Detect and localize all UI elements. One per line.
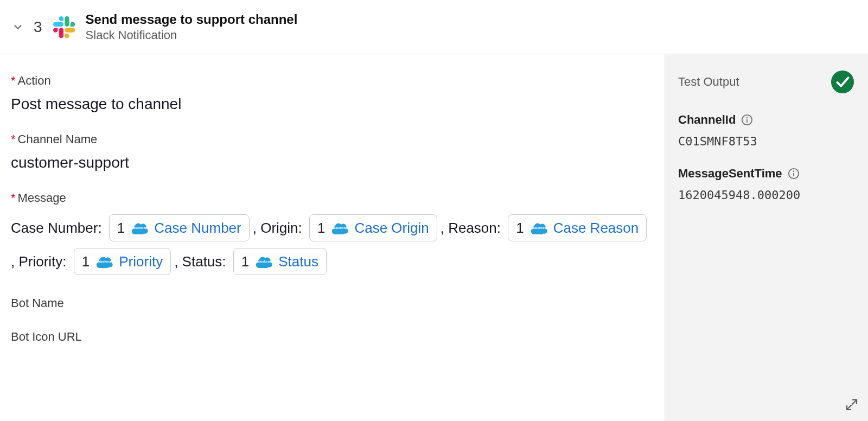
step-header: 3 Send message to support channel Slack … xyxy=(0,0,868,54)
field-action: *Action Post message to channel xyxy=(11,74,654,113)
field-bot-icon-url: Bot Icon URL xyxy=(11,330,654,344)
merge-field-pill[interactable]: 1Case Reason xyxy=(508,214,647,241)
form-pane: *Action Post message to channel *Channel… xyxy=(0,54,665,421)
pill-step-number: 1 xyxy=(317,213,325,243)
pill-step-number: 1 xyxy=(516,213,524,243)
message-text-segment: , Priority: xyxy=(11,246,71,277)
output-item-label: ChannelId xyxy=(678,113,736,127)
merge-field-pill[interactable]: 1Priority xyxy=(74,248,171,275)
pill-step-number: 1 xyxy=(117,213,125,243)
output-item-label: MessageSentTime xyxy=(678,167,782,181)
pill-label: Case Number xyxy=(154,213,241,243)
bot-icon-url-label: Bot Icon URL xyxy=(11,330,82,343)
svg-line-2 xyxy=(847,405,851,410)
field-channel-name: *Channel Name customer-support xyxy=(11,132,654,171)
step-subtitle: Slack Notification xyxy=(86,28,298,42)
salesforce-cloud-icon xyxy=(254,255,273,268)
output-title: Test Output xyxy=(678,75,739,89)
chevron-down-icon[interactable] xyxy=(10,19,26,35)
merge-field-pill[interactable]: 1Case Number xyxy=(109,214,250,241)
pill-label: Case Reason xyxy=(553,213,639,243)
message-text-segment: Case Number: xyxy=(11,213,106,243)
pill-step-number: 1 xyxy=(82,246,90,277)
salesforce-cloud-icon xyxy=(330,221,349,234)
required-star: * xyxy=(11,74,16,87)
pill-label: Case Origin xyxy=(354,213,429,243)
step-number: 3 xyxy=(34,18,42,36)
output-item-value: C01SMNF8T53 xyxy=(678,135,855,148)
merge-field-pill[interactable]: 1Status xyxy=(233,248,327,275)
salesforce-cloud-icon xyxy=(130,221,149,234)
output-item: ChannelIdC01SMNF8T53 xyxy=(678,113,855,148)
field-message: *Message Case Number: 1Case Number, Orig… xyxy=(11,191,654,277)
success-check-icon xyxy=(830,69,855,94)
message-label: Message xyxy=(18,191,66,205)
message-text-segment: , Reason: xyxy=(441,213,505,243)
channel-name-label: Channel Name xyxy=(18,132,98,146)
pill-step-number: 1 xyxy=(241,246,249,277)
message-text-segment: , Status: xyxy=(174,246,230,277)
message-value[interactable]: Case Number: 1Case Number, Origin: 1Case… xyxy=(11,213,654,277)
slack-icon xyxy=(53,16,75,38)
merge-field-pill[interactable]: 1Case Origin xyxy=(309,214,437,241)
salesforce-cloud-icon xyxy=(529,221,548,234)
output-item: MessageSentTime1620045948.000200 xyxy=(678,167,855,202)
channel-name-value[interactable]: customer-support xyxy=(11,154,654,171)
pill-label: Priority xyxy=(119,246,163,277)
salesforce-cloud-icon xyxy=(95,255,113,268)
message-text-segment: , Origin: xyxy=(253,213,306,243)
info-icon[interactable] xyxy=(741,114,753,126)
svg-point-0 xyxy=(831,71,854,93)
required-star: * xyxy=(11,132,16,146)
bot-name-label: Bot Name xyxy=(11,296,64,310)
field-bot-name: Bot Name xyxy=(11,296,654,310)
step-title: Send message to support channel xyxy=(86,12,298,27)
output-pane: Test Output ChannelIdC01SMNF8T53MessageS… xyxy=(665,54,868,421)
expand-icon[interactable] xyxy=(845,398,858,411)
svg-line-1 xyxy=(852,400,857,404)
required-star: * xyxy=(11,191,16,205)
info-icon[interactable] xyxy=(788,168,800,180)
action-label: Action xyxy=(18,74,51,87)
pill-label: Status xyxy=(278,246,318,277)
action-value[interactable]: Post message to channel xyxy=(11,95,654,113)
output-item-value: 1620045948.000200 xyxy=(678,188,855,202)
